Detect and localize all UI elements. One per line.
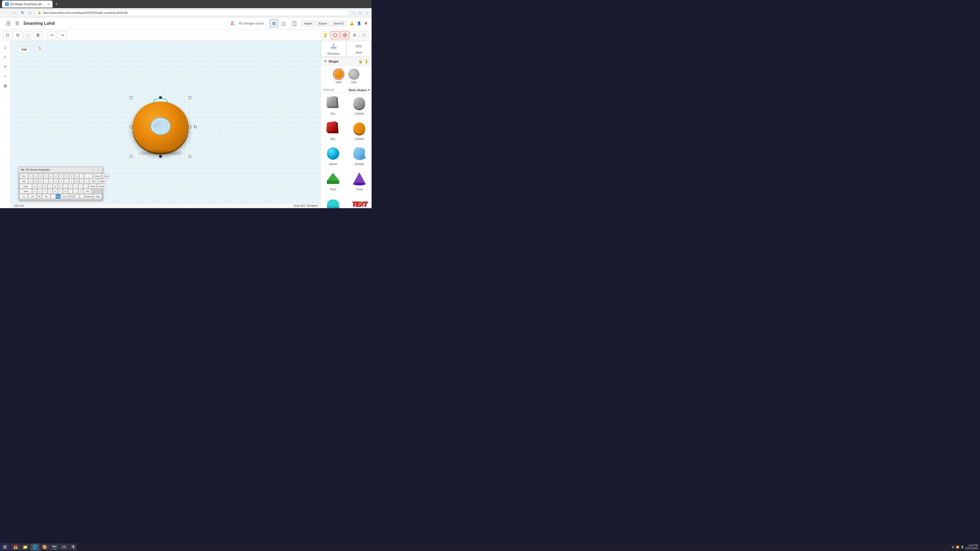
lock-shape-icon[interactable]: 🔒 <box>358 59 363 63</box>
key-del[interactable]: Del <box>83 189 92 194</box>
key-minus[interactable]: − <box>80 174 84 178</box>
key-chevron-l[interactable]: ‹ <box>75 194 80 199</box>
viewport[interactable]: TOP 1. ↻ <box>11 41 321 208</box>
key-p[interactable]: p <box>74 179 79 183</box>
rotate-handle[interactable]: ↻ <box>193 124 197 130</box>
profile-btn[interactable]: 👤 <box>356 21 363 26</box>
3d-view-btn[interactable]: ◫ <box>279 19 288 27</box>
handle-tl[interactable] <box>130 97 132 99</box>
key-f[interactable]: f <box>48 184 52 189</box>
shape-item-sphere[interactable]: Sphere <box>321 144 345 167</box>
key-v[interactable]: v <box>48 189 52 194</box>
handle-bl[interactable] <box>130 155 132 158</box>
key-z[interactable]: z <box>32 189 37 194</box>
layers-btn[interactable]: ⊕ <box>1 82 10 90</box>
active-tab[interactable]: T 3D design Smashing Lahdi | T... × <box>2 0 52 8</box>
new-tab-btn[interactable]: + <box>54 2 59 7</box>
key-w[interactable]: w <box>33 179 38 183</box>
solid-option[interactable]: Solid <box>333 68 344 84</box>
duplicate-btn[interactable]: ⧉ <box>13 31 22 39</box>
handle-right[interactable] <box>189 126 191 128</box>
key-b[interactable]: b <box>53 189 57 194</box>
shape-item-scribble[interactable]: Scribble <box>347 144 372 167</box>
shape-item-cylinder-orange[interactable]: Cylinder <box>347 119 372 142</box>
key-e[interactable]: e <box>38 179 43 183</box>
ruler-btn[interactable]: Ruler <box>346 41 372 57</box>
settings-user-btn[interactable]: ⚙ <box>363 21 369 26</box>
key-bracket-r[interactable]: ] <box>84 179 89 183</box>
zoom-out-btn[interactable]: − <box>1 72 10 81</box>
key-period[interactable]: . <box>73 189 78 194</box>
align-btn[interactable]: ⊟ <box>350 31 359 39</box>
reload-btn[interactable]: ↻ <box>19 9 26 16</box>
delete-btn[interactable]: 🗑 <box>34 31 42 39</box>
info-shape-icon[interactable]: 💡 <box>364 59 369 63</box>
notifications-btn[interactable]: 🔔 <box>348 21 355 26</box>
edit-grid-btn[interactable]: Edit Grid <box>14 204 24 207</box>
handle-tr[interactable] <box>189 97 191 99</box>
key-d[interactable]: d <box>43 184 47 189</box>
key-home[interactable]: Home <box>93 174 101 178</box>
key-s[interactable]: s <box>38 184 42 189</box>
key-t[interactable]: t <box>49 179 53 183</box>
key-ctrl-r[interactable]: Ctrl <box>70 194 74 199</box>
key-caps[interactable]: Caps <box>20 184 32 189</box>
home-btn[interactable]: ⌂ <box>27 10 33 16</box>
key-scrlk[interactable]: ScrLk <box>61 194 69 199</box>
key-3[interactable]: 3 <box>38 174 43 178</box>
snap-dropdown-icon[interactable]: ▾ <box>316 204 318 207</box>
key-q[interactable]: q <box>28 179 33 183</box>
shape-item-box-gray[interactable]: Box <box>321 94 345 117</box>
hole-option[interactable]: Hole <box>348 68 360 84</box>
key-insert[interactable]: Insert <box>89 184 97 189</box>
key-9[interactable]: 9 <box>69 174 74 178</box>
home-sidebar-btn[interactable]: ⌂ <box>1 43 10 52</box>
shape-item-cone[interactable]: Cone <box>347 169 372 192</box>
shape-item-text[interactable]: TEXT Text <box>347 194 372 208</box>
grid-view-btn[interactable]: ⊞ <box>270 19 278 27</box>
key-esc[interactable]: Esc <box>20 174 28 178</box>
key-ctrl-l[interactable]: Ctrl <box>28 194 37 199</box>
orbit-btn[interactable]: ○ <box>1 52 10 61</box>
key-n[interactable]: n <box>58 189 62 194</box>
copy-btn[interactable]: ⬚ <box>24 31 32 39</box>
osk-close-btn[interactable]: × <box>97 168 100 171</box>
tab-close-btn[interactable]: × <box>48 2 49 6</box>
extensions-btn[interactable]: ⋯ <box>351 10 356 15</box>
handle-br[interactable] <box>189 155 191 158</box>
key-backspace[interactable]: ← <box>84 174 93 178</box>
key-pgup[interactable]: PgUp <box>102 174 110 178</box>
key-a[interactable]: a <box>32 184 37 189</box>
send-to-btn[interactable]: Send To <box>331 21 347 26</box>
shape-item-box-red[interactable]: Box <box>321 119 345 142</box>
forward-btn[interactable]: → <box>11 10 18 16</box>
key-options[interactable]: Options <box>85 194 93 199</box>
key-m[interactable]: m <box>63 189 68 194</box>
key-8[interactable]: 8 <box>64 174 68 178</box>
key-2[interactable]: 2 <box>33 174 38 178</box>
settings-btn[interactable]: ⋮ <box>364 10 369 15</box>
key-j[interactable]: j <box>63 184 68 189</box>
address-bar[interactable]: 🔒 https://www.tinkercad.com/things/2bORP… <box>35 10 349 16</box>
light-btn[interactable]: 💡 <box>321 31 330 39</box>
undo-btn[interactable]: ↩ <box>48 31 56 39</box>
key-alt[interactable]: Alt <box>42 194 50 199</box>
key-semi[interactable]: ; <box>78 184 83 189</box>
import-btn[interactable]: Import <box>301 21 315 26</box>
export-btn[interactable]: Export <box>316 21 330 26</box>
key-o[interactable]: o <box>69 179 74 183</box>
key-i[interactable]: i <box>64 179 68 183</box>
shape-item-cylinder-gray[interactable]: Cylinder <box>347 94 372 117</box>
key-prtscn[interactable]: PrtScn <box>56 194 60 199</box>
key-1[interactable]: 1 <box>28 174 33 178</box>
key-7[interactable]: 7 <box>59 174 64 178</box>
key-4[interactable]: 4 <box>44 174 48 178</box>
flip-btn[interactable]: ⬡ <box>360 31 369 39</box>
circle-tool-btn[interactable] <box>331 31 339 39</box>
key-y[interactable]: y <box>54 179 59 183</box>
key-5[interactable]: 5 <box>49 174 53 178</box>
shape-item-roof[interactable]: Roof <box>321 169 345 192</box>
key-fn[interactable]: Fn <box>20 194 28 199</box>
key-c[interactable]: c <box>43 189 47 194</box>
back-btn[interactable]: ← <box>2 10 9 16</box>
